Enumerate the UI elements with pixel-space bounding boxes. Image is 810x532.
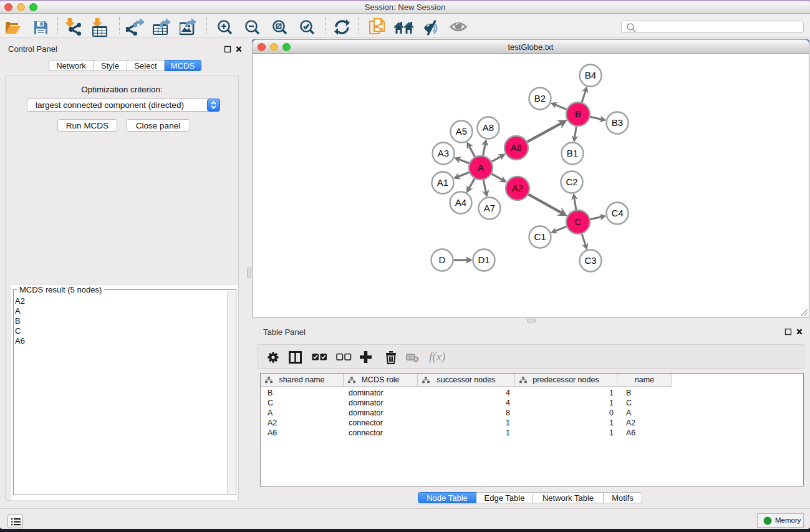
svg-text:B2: B2 — [534, 93, 546, 104]
svg-text:A5: A5 — [456, 126, 467, 137]
svg-text:B: B — [575, 109, 581, 119]
svg-text:A6: A6 — [511, 142, 522, 153]
svg-text:A2: A2 — [512, 183, 523, 193]
svg-text:B1: B1 — [567, 148, 578, 158]
svg-text:D: D — [439, 254, 446, 265]
svg-text:A3: A3 — [438, 148, 449, 158]
svg-text:C2: C2 — [566, 177, 577, 187]
svg-text:C1: C1 — [534, 231, 546, 242]
svg-text:A7: A7 — [484, 203, 495, 213]
svg-text:A: A — [478, 162, 484, 173]
svg-text:A8: A8 — [483, 122, 494, 133]
svg-text:C4: C4 — [611, 208, 623, 218]
svg-text:B3: B3 — [612, 117, 623, 128]
svg-text:A1: A1 — [437, 177, 448, 188]
svg-text:B4: B4 — [585, 70, 596, 80]
svg-text:C: C — [575, 216, 582, 227]
svg-text:A4: A4 — [455, 197, 466, 208]
svg-text:C3: C3 — [584, 255, 596, 266]
svg-text:D1: D1 — [478, 254, 489, 265]
svg-text:f(x): f(x) — [429, 351, 445, 364]
